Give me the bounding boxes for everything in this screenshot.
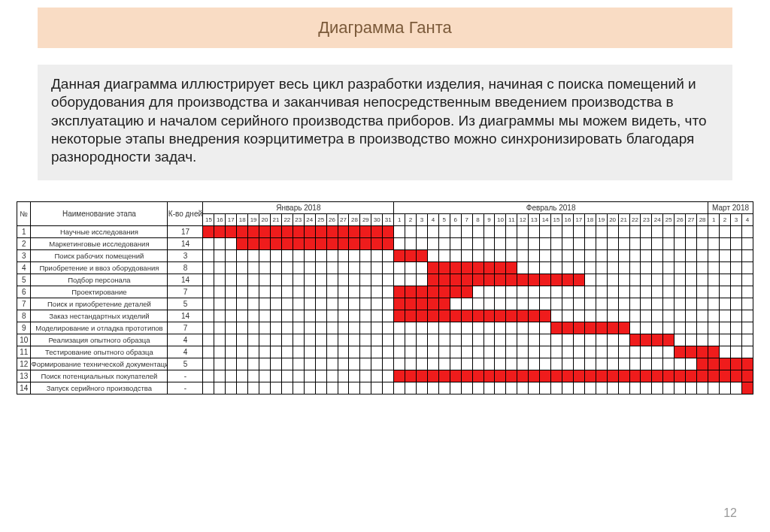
gantt-cell [405,225,417,237]
gantt-cell [281,322,293,334]
gantt-cell [720,237,731,249]
day-header: 8 [472,213,484,225]
gantt-cell [338,225,349,237]
gantt-cell [540,225,551,237]
gantt-cell [618,322,629,334]
gantt-cell [584,298,596,310]
gantt-cell [293,286,304,298]
gantt-cell [629,225,641,237]
gantt-cell [450,334,461,346]
gantt-cell [271,249,282,261]
gantt-cell [562,249,573,261]
gantt-cell [394,237,405,249]
gantt-cell [484,370,495,382]
task-num: 6 [17,286,31,298]
gantt-cell [517,286,529,298]
gantt-cell [349,358,360,370]
gantt-cell [371,298,383,310]
gantt-cell [371,370,383,382]
gantt-cell [652,274,663,286]
gantt-cell [686,261,697,274]
day-header: 7 [461,213,472,225]
gantt-cell [438,322,450,334]
day-header: 1 [708,213,720,225]
gantt-cell [293,274,304,286]
gantt-cell [607,370,618,382]
gantt-cell [573,274,584,286]
gantt-cell [371,346,383,358]
col-header-name: Наименование этапа [31,201,168,225]
gantt-cell [349,382,360,394]
day-header: 31 [383,213,394,225]
gantt-cell [652,261,663,274]
gantt-cell [438,261,450,274]
gantt-cell [708,322,720,334]
gantt-cell [293,346,304,358]
gantt-cell [629,322,641,334]
gantt-cell [304,334,315,346]
gantt-cell [495,274,506,286]
gantt-cell [720,310,731,322]
gantt-cell [383,298,394,310]
gantt-cell [461,310,472,322]
gantt-cell [596,261,607,274]
gantt-cell [371,358,383,370]
gantt-cell [293,225,304,237]
gantt-cell [450,274,461,286]
gantt-cell [517,322,529,334]
task-days: 8 [168,261,203,274]
gantt-cell [584,370,596,382]
description-box: Данная диаграмма иллюстрирует весь цикл … [38,65,732,180]
task-days: 17 [168,225,203,237]
gantt-cell [405,237,417,249]
gantt-cell [461,298,472,310]
gantt-cell [708,346,720,358]
gantt-cell [326,322,338,334]
gantt-cell [596,274,607,286]
gantt-cell [551,237,562,249]
gantt-cell [506,274,517,286]
gantt-cell [675,274,686,286]
gantt-cell [203,225,214,237]
gantt-cell [741,286,753,298]
gantt-cell [584,358,596,370]
gantt-cell [607,261,618,274]
gantt-cell [271,322,282,334]
gantt-cell [281,298,293,310]
gantt-cell [562,286,573,298]
gantt-cell [360,261,371,274]
task-name: Поиск и приобретение деталей [31,298,168,310]
day-header: 18 [237,213,248,225]
gantt-cell [641,370,652,382]
table-row: 1Научные исследования17 [17,225,753,237]
gantt-cell [652,370,663,382]
gantt-cell [484,274,495,286]
gantt-cell [540,286,551,298]
gantt-cell [417,225,428,237]
gantt-cell [472,249,484,261]
table-row: 8Заказ нестандартных изделий14 [17,310,753,322]
gantt-cell [584,274,596,286]
gantt-cell [495,237,506,249]
gantt-cell [394,370,405,382]
gantt-cell [517,298,529,310]
gantt-cell [652,310,663,322]
gantt-cell [584,346,596,358]
day-header: 18 [584,213,596,225]
gantt-cell [405,346,417,358]
gantt-cell [315,286,326,298]
gantt-cell [371,310,383,322]
gantt-cell [663,225,675,237]
task-name: Запуск серийного производства [31,382,168,394]
gantt-cell [517,382,529,394]
gantt-cell [573,358,584,370]
gantt-cell [484,286,495,298]
gantt-cell [618,310,629,322]
gantt-cell [360,286,371,298]
gantt-cell [596,286,607,298]
gantt-cell [720,225,731,237]
table-row: 5Подбор персонала14 [17,274,753,286]
task-name: Подбор персонала [31,274,168,286]
gantt-cell [214,310,226,322]
gantt-cell [394,249,405,261]
